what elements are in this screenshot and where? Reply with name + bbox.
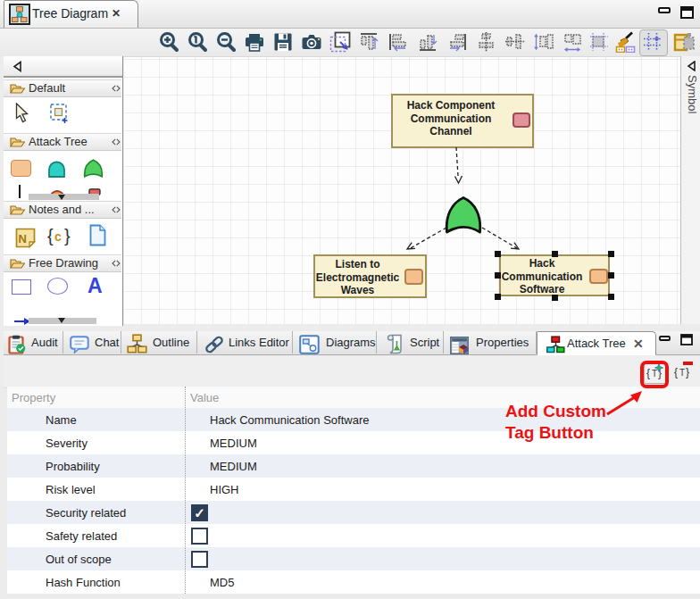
svg-text:N: N bbox=[19, 232, 27, 245]
